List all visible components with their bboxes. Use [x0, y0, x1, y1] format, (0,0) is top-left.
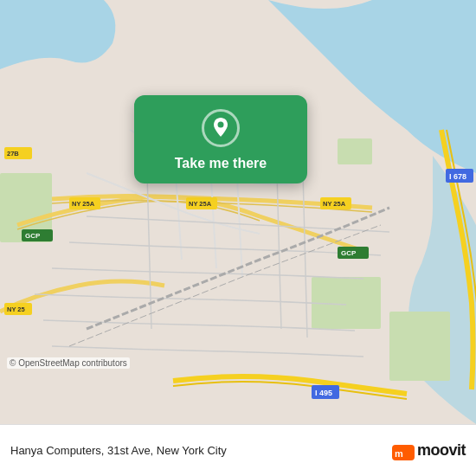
- moovit-icon: m: [392, 441, 415, 460]
- popup-card[interactable]: Take me there: [134, 95, 307, 183]
- svg-text:27B: 27B: [7, 150, 19, 158]
- svg-text:NY 25A: NY 25A: [323, 200, 346, 208]
- copyright-text: © OpenStreetMap contributors: [7, 357, 130, 369]
- popup-label: Take me there: [175, 156, 267, 171]
- moovit-text: moovit: [417, 441, 466, 460]
- location-title: Hanya Computers, 31st Ave, New York City: [10, 444, 385, 457]
- svg-rect-4: [338, 138, 372, 164]
- svg-text:NY 25: NY 25: [7, 306, 25, 313]
- svg-rect-2: [389, 312, 450, 381]
- svg-text:NY 25A: NY 25A: [72, 200, 95, 208]
- location-icon-wrap: [202, 109, 240, 147]
- svg-text:GCP: GCP: [25, 232, 41, 240]
- svg-text:NY 25A: NY 25A: [189, 200, 212, 208]
- svg-text:I 678: I 678: [449, 172, 466, 181]
- svg-point-23: [218, 122, 224, 128]
- svg-text:I 495: I 495: [315, 389, 332, 397]
- map-container: I 678 I 495 GCP G: [0, 0, 476, 424]
- svg-text:GCP: GCP: [341, 249, 357, 257]
- svg-text:m: m: [395, 448, 403, 459]
- bottom-bar: Hanya Computers, 31st Ave, New York City…: [0, 424, 476, 476]
- moovit-logo: m moovit: [392, 441, 466, 460]
- location-pin-icon: [210, 116, 231, 140]
